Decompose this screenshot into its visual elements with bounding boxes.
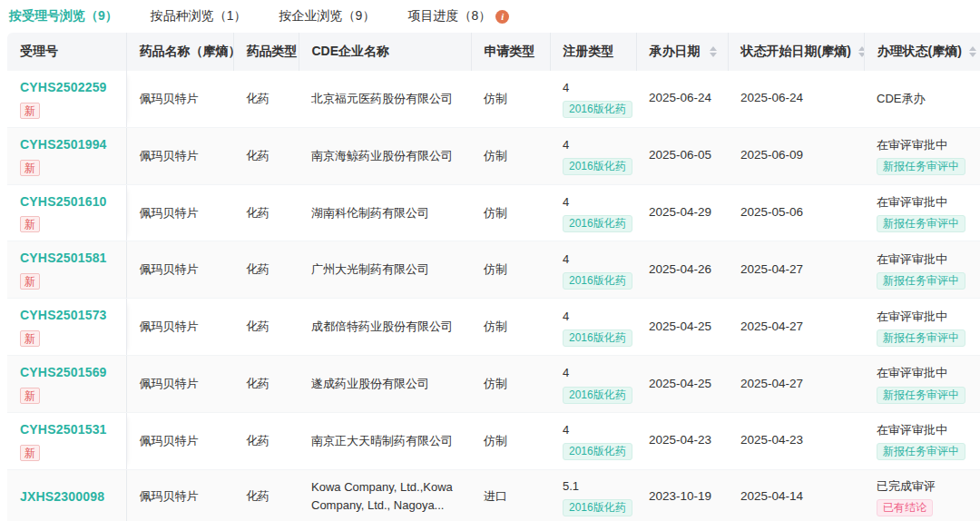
cell-processing-status: 已完成审评 已有结论: [864, 469, 980, 521]
col-header-application-type: 申请类型: [471, 33, 550, 71]
table-row[interactable]: CYHS2501573 新 佩玛贝特片 化药 成都倍特药业股份有限公司 仿制 4…: [7, 299, 980, 356]
col-header-cde-company: CDE企业名称: [299, 33, 471, 71]
tab-bar: 按受理号浏览（9） 按品种浏览（1） 按企业浏览（9） 项目进度（8） i: [0, 0, 980, 33]
acceptance-no-link[interactable]: CYHS2501569: [20, 363, 115, 383]
cell-acceptance-no: CYHS2501573 新: [7, 299, 126, 356]
cell-processing-status: 在审评审批中 新报任务审评中: [864, 241, 980, 299]
cell-status-start-date: 2025-06-24: [728, 71, 864, 127]
cell-acceptance-no: CYHS2501581 新: [7, 241, 126, 299]
acceptance-no-link[interactable]: JXHS2300098: [20, 487, 115, 507]
acceptance-no-link[interactable]: CYHS2502259: [20, 78, 115, 98]
cell-status-start-date: 2025-06-09: [728, 127, 864, 184]
cell-undertake-date: 2025-04-29: [636, 184, 728, 241]
table-header-row: 受理号 药品名称（摩熵） 药品类型 CDE企业名称 申请类型 注册类型 承办日期: [7, 33, 980, 71]
cell-drug-name: 佩玛贝特片: [126, 356, 233, 413]
cell-application-type: 仿制: [471, 356, 550, 413]
sort-desc-icon: [710, 53, 717, 57]
registration-version-badge: 2016版化药: [563, 272, 632, 290]
cell-undertake-date: 2025-06-24: [636, 71, 728, 127]
new-badge: 新: [20, 445, 40, 461]
col-header-processing-status: 办理状态(摩熵): [864, 33, 980, 71]
registration-version-badge: 2016版化药: [563, 443, 632, 460]
cell-status-start-date: 2025-04-23: [728, 412, 864, 469]
table-row[interactable]: CYHS2501581 新 佩玛贝特片 化药 广州大光制药有限公司 仿制 4 2…: [7, 241, 980, 299]
cell-cde-company: 成都倍特药业股份有限公司: [299, 299, 471, 356]
table-row[interactable]: CYHS2501569 新 佩玛贝特片 化药 遂成药业股份有限公司 仿制 4 2…: [7, 356, 980, 413]
tab-project-progress-label: 项目进度（8）: [407, 8, 491, 25]
cell-cde-company: 广州大光制药有限公司: [299, 241, 471, 299]
cell-drug-type: 化药: [233, 71, 299, 127]
acceptance-no-link[interactable]: CYHS2501531: [20, 420, 115, 440]
tab-by-company[interactable]: 按企业浏览（9）: [279, 8, 376, 25]
processing-status-text: 在审评审批中: [877, 136, 969, 154]
sort-control-status-start-date[interactable]: [858, 46, 864, 57]
col-header-registration-type: 注册类型: [550, 33, 636, 71]
sort-control-processing-status[interactable]: [969, 46, 976, 57]
cell-drug-name: 佩玛贝特片: [126, 241, 233, 299]
cell-processing-status: 在审评审批中 新报任务审评中: [864, 356, 980, 413]
info-icon[interactable]: i: [495, 10, 509, 24]
new-badge: 新: [20, 103, 40, 119]
cell-acceptance-no: CYHS2501531 新: [7, 412, 126, 469]
cell-registration-type: 4 2016版化药: [550, 184, 636, 241]
new-badge: 新: [20, 388, 40, 404]
cell-processing-status: 在审评审批中 新报任务审评中: [864, 299, 980, 356]
cell-undertake-date: 2025-06-05: [636, 127, 728, 184]
cell-status-start-date: 2025-04-27: [728, 356, 864, 413]
cell-cde-company: 湖南科伦制药有限公司: [299, 184, 471, 241]
new-badge: 新: [20, 216, 40, 232]
table-row[interactable]: CYHS2501610 新 佩玛贝特片 化药 湖南科伦制药有限公司 仿制 4 2…: [7, 184, 980, 241]
table-body: CYHS2502259 新 佩玛贝特片 化药 北京福元医药股份有限公司 仿制 4…: [7, 71, 980, 521]
cell-cde-company: 遂成药业股份有限公司: [299, 356, 471, 413]
processing-status-text: 已完成审评: [877, 477, 969, 496]
new-badge: 新: [20, 330, 40, 347]
registration-version-badge: 2016版化药: [563, 387, 632, 404]
cell-status-start-date: 2025-04-27: [728, 299, 864, 356]
registration-version-badge: 2016版化药: [563, 101, 632, 118]
table-row[interactable]: CYHS2501531 新 佩玛贝特片 化药 南京正大天晴制药有限公司 仿制 4…: [7, 412, 980, 469]
sort-desc-icon: [858, 53, 864, 57]
cell-application-type: 仿制: [471, 184, 550, 241]
cell-registration-type: 4 2016版化药: [550, 356, 636, 413]
cell-status-start-date: 2025-05-06: [728, 184, 864, 241]
tab-by-acceptance-no[interactable]: 按受理号浏览（9）: [9, 8, 118, 25]
col-header-status-start-date: 状态开始日期(摩熵): [728, 33, 864, 71]
cell-undertake-date: 2025-04-25: [636, 299, 728, 356]
registration-type-number: 4: [563, 308, 625, 326]
acceptance-no-link[interactable]: CYHS2501573: [20, 306, 115, 326]
table-row[interactable]: JXHS2300098 佩玛贝特片 化药 Kowa Company, Ltd.,…: [7, 469, 980, 521]
sort-control-undertake-date[interactable]: [710, 46, 717, 57]
col-header-status-start-date-label: 状态开始日期(摩熵): [741, 44, 851, 60]
cell-drug-name: 佩玛贝特片: [126, 469, 233, 521]
processing-status-text: 在审评审批中: [877, 193, 969, 211]
cell-registration-type: 4 2016版化药: [550, 71, 636, 127]
results-table: 受理号 药品名称（摩熵） 药品类型 CDE企业名称 申请类型 注册类型 承办日期: [7, 33, 980, 521]
acceptance-no-link[interactable]: CYHS2501581: [20, 249, 115, 269]
registration-type-number: 4: [563, 79, 625, 97]
acceptance-no-link[interactable]: CYHS2501610: [20, 192, 115, 212]
cell-acceptance-no: CYHS2501994 新: [7, 127, 126, 184]
cell-drug-name: 佩玛贝特片: [126, 299, 233, 356]
table-row[interactable]: CYHS2501994 新 佩玛贝特片 化药 南京海鲸药业股份有限公司 仿制 4…: [7, 127, 980, 184]
registration-version-badge: 2016版化药: [563, 215, 632, 232]
acceptance-no-link[interactable]: CYHS2501994: [20, 135, 115, 155]
cell-application-type: 进口: [471, 469, 550, 521]
cell-processing-status: 在审评审批中 新报任务审评中: [864, 412, 980, 469]
processing-status-text: 在审评审批中: [877, 421, 969, 439]
tab-by-variety[interactable]: 按品种浏览（1）: [151, 8, 247, 25]
status-badge: 新报任务审评中: [877, 387, 965, 404]
cell-drug-name: 佩玛贝特片: [126, 184, 233, 241]
cell-drug-type: 化药: [233, 299, 299, 356]
processing-status-text: 在审评审批中: [877, 308, 969, 326]
registration-version-badge: 2016版化药: [563, 329, 632, 347]
cell-cde-company: 南京正大天晴制药有限公司: [299, 412, 471, 469]
cell-drug-name: 佩玛贝特片: [126, 71, 233, 127]
status-badge: 新报任务审评中: [877, 158, 965, 175]
registration-type-number: 4: [563, 251, 625, 269]
cell-acceptance-no: CYHS2502259 新: [7, 71, 126, 127]
tab-project-progress[interactable]: 项目进度（8） i: [407, 8, 509, 25]
cell-application-type: 仿制: [471, 241, 550, 299]
registration-version-badge: 2016版化药: [563, 158, 632, 175]
table-row[interactable]: CYHS2502259 新 佩玛贝特片 化药 北京福元医药股份有限公司 仿制 4…: [7, 71, 980, 127]
status-badge: 新报任务审评中: [877, 443, 965, 460]
